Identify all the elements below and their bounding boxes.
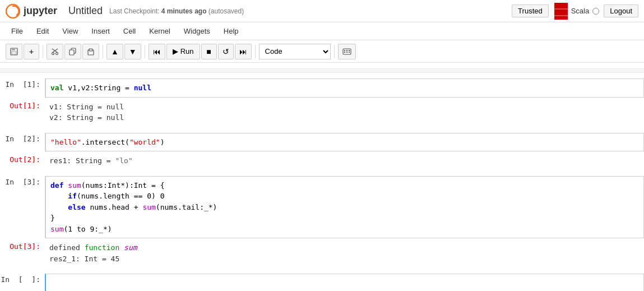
out-2-label: Out[2]: bbox=[0, 154, 45, 164]
add-cell-button[interactable]: + bbox=[24, 44, 39, 59]
scissors-icon bbox=[51, 48, 59, 56]
keyboard-icon bbox=[342, 48, 351, 56]
empty-cell-row: In [ ]: bbox=[0, 274, 644, 291]
svg-rect-5 bbox=[554, 16, 568, 20]
svg-rect-14 bbox=[70, 50, 74, 55]
checkpoint-info: Last Checkpoint: 4 minutes ago (autosave… bbox=[109, 7, 244, 15]
cell-1-row: In [1]: val v1,v2:String = null bbox=[0, 78, 644, 98]
out-1-label: Out[1]: bbox=[0, 100, 45, 110]
menu-widgets[interactable]: Widgets bbox=[178, 25, 216, 37]
cell-3-content: def sum(nums:Int*):Int = { if(nums.lengt… bbox=[45, 176, 644, 239]
menu-cell[interactable]: Cell bbox=[118, 25, 141, 37]
cell-3-row: In [3]: def sum(nums:Int*):Int = { if(nu… bbox=[0, 176, 644, 239]
paste-icon bbox=[87, 48, 95, 56]
out-3-content: defined function sum res2_1: Int = 45 bbox=[45, 241, 644, 266]
empty-cell-content bbox=[45, 274, 644, 291]
menu-view[interactable]: View bbox=[57, 25, 84, 37]
out-3-output: defined function sum res2_1: Int = 45 bbox=[45, 241, 644, 266]
run-icon: ▶ bbox=[173, 47, 178, 56]
jupyter-logo-icon bbox=[6, 4, 20, 19]
cell-1-in-label: In [1]: bbox=[0, 78, 45, 89]
toolbar-separator-2 bbox=[103, 45, 103, 58]
move-up-button[interactable]: ▲ bbox=[106, 44, 123, 59]
scala-logo-icon bbox=[553, 2, 569, 21]
out-2-content: res1: String = "lo" bbox=[45, 154, 644, 168]
paste-button[interactable] bbox=[82, 44, 99, 59]
out-1-row: Out[1]: v1: String = null v2: String = n… bbox=[0, 100, 644, 125]
cell-2-input[interactable]: "hello".intersect("world") bbox=[45, 133, 644, 152]
svg-rect-21 bbox=[344, 52, 345, 53]
cell-2-content: "hello".intersect("world") bbox=[45, 133, 644, 152]
run-label: Run bbox=[180, 47, 194, 56]
topbar-right: Trusted Scala Logout bbox=[512, 2, 638, 21]
menu-insert[interactable]: Insert bbox=[86, 25, 115, 37]
trusted-button[interactable]: Trusted bbox=[512, 4, 549, 17]
out-1-output: v1: String = null v2: String = null bbox=[45, 100, 644, 125]
out-3-label: Out[3]: bbox=[0, 241, 45, 251]
scala-kernel-indicator: Scala bbox=[553, 2, 600, 21]
cell-1-content: val v1,v2:String = null bbox=[45, 78, 644, 98]
kernel-status-circle bbox=[592, 8, 599, 15]
cell-type-select[interactable]: Code Markdown Raw NBConvert bbox=[259, 44, 331, 59]
cell-2-row: In [2]: "hello".intersect("world") bbox=[0, 133, 644, 152]
save-icon bbox=[10, 48, 18, 56]
save-button[interactable] bbox=[6, 44, 22, 59]
plus-icon: + bbox=[29, 47, 34, 56]
toolbar-separator-5 bbox=[334, 45, 335, 58]
stop-button[interactable]: ■ bbox=[201, 44, 217, 59]
logout-button[interactable]: Logout bbox=[604, 4, 638, 17]
out-2-row: Out[2]: res1: String = "lo" bbox=[0, 154, 644, 168]
empty-cell-input[interactable] bbox=[45, 274, 644, 291]
toolbar-separator-3 bbox=[145, 45, 145, 58]
topbar: jupyter Untitled Last Checkpoint: 4 minu… bbox=[0, 0, 644, 22]
up-arrow-icon: ▲ bbox=[111, 47, 119, 56]
svg-rect-18 bbox=[344, 50, 345, 51]
copy-icon bbox=[69, 48, 77, 56]
cell-2-in-label: In [2]: bbox=[0, 133, 45, 143]
fast-forward-button[interactable]: ⏭ bbox=[235, 44, 252, 59]
svg-rect-20 bbox=[349, 50, 350, 51]
svg-rect-19 bbox=[346, 50, 348, 51]
restart-button[interactable]: ↺ bbox=[218, 44, 234, 59]
cell-3-input[interactable]: def sum(nums:Int*):Int = { if(nums.lengt… bbox=[45, 176, 644, 239]
menubar: File Edit View Insert Cell Kernel Widget… bbox=[0, 22, 644, 40]
toolbar-separator-1 bbox=[43, 45, 43, 58]
svg-rect-7 bbox=[12, 48, 15, 50]
restart-icon: ↺ bbox=[223, 47, 229, 56]
cell-1-input[interactable]: val v1,v2:String = null bbox=[45, 78, 644, 98]
out-3-row: Out[3]: defined function sum res2_1: Int… bbox=[0, 241, 644, 266]
out-1-content: v1: String = null v2: String = null bbox=[45, 100, 644, 125]
menu-kernel[interactable]: Kernel bbox=[143, 25, 176, 37]
notebook-separator bbox=[0, 68, 644, 73]
scala-kernel-name: Scala bbox=[571, 7, 590, 15]
stop-icon: ■ bbox=[206, 47, 211, 56]
cell-3-in-label: In [3]: bbox=[0, 176, 45, 186]
svg-rect-23 bbox=[349, 52, 350, 53]
keyboard-shortcuts-button[interactable] bbox=[338, 44, 356, 59]
notebook-area: In [1]: val v1,v2:String = null Out[1]: … bbox=[0, 63, 644, 291]
svg-rect-22 bbox=[346, 52, 348, 53]
toolbar: + ▲ ▼ ⏮ ▶ Run ■ ↺ bbox=[0, 40, 644, 63]
move-down-button[interactable]: ▼ bbox=[124, 44, 141, 59]
fast-backward-button[interactable]: ⏮ bbox=[149, 44, 165, 59]
notebook-title[interactable]: Untitled bbox=[68, 5, 103, 17]
toolbar-separator-4 bbox=[255, 45, 256, 58]
svg-rect-16 bbox=[89, 49, 92, 51]
copy-button[interactable] bbox=[64, 44, 81, 59]
menu-edit[interactable]: Edit bbox=[31, 25, 54, 37]
fast-forward-icon: ⏭ bbox=[239, 47, 247, 56]
run-button[interactable]: ▶ Run bbox=[166, 44, 200, 59]
down-arrow-icon: ▼ bbox=[129, 47, 137, 56]
logo-area: jupyter bbox=[6, 4, 57, 19]
fast-backward-icon: ⏮ bbox=[153, 47, 161, 56]
menu-help[interactable]: Help bbox=[218, 25, 244, 37]
svg-rect-8 bbox=[12, 52, 16, 54]
menu-file[interactable]: File bbox=[6, 25, 29, 37]
cut-button[interactable] bbox=[47, 44, 63, 59]
out-2-output: res1: String = "lo" bbox=[45, 154, 644, 168]
empty-cell-label: In [ ]: bbox=[0, 274, 45, 284]
jupyter-wordmark: jupyter bbox=[24, 5, 57, 17]
